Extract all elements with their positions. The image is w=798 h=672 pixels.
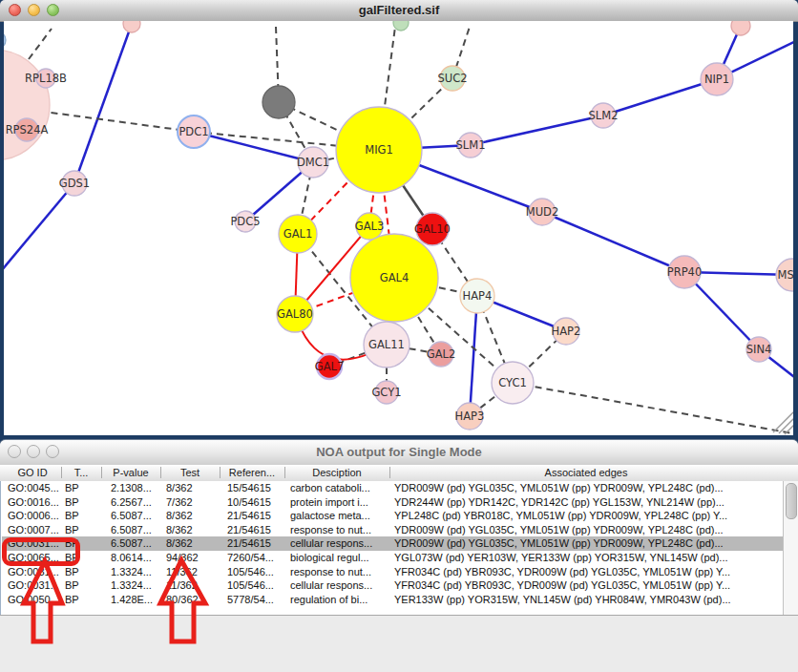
edge-HAP4-HAP3 — [470, 296, 477, 416]
cell-go-id: GO:0007... — [8, 524, 61, 536]
node-label-RPS24A: RPS24A — [6, 123, 49, 136]
cell-p-value: 6.5087... — [111, 524, 164, 536]
vertical-scrollbar[interactable] — [783, 481, 798, 615]
column-header-type[interactable]: T... — [61, 467, 101, 478]
network-window-title: galFiltered.sif — [0, 3, 798, 17]
column-header-associated-edges[interactable]: Associated edges — [389, 467, 783, 478]
node-bluesliver[interactable] — [4, 32, 6, 49]
node-label-GDS1: GDS1 — [59, 177, 90, 190]
edge-GDS1-w1 — [4, 183, 74, 277]
annotation-arrow-go-id — [24, 561, 62, 641]
edge-MUD2-PRP40 — [542, 212, 684, 272]
noa-window-titlebar[interactable]: NOA output for Single Mode — [0, 440, 798, 466]
node-label-HAP4: HAP4 — [463, 289, 493, 303]
node-tp3[interactable] — [731, 21, 750, 35]
node-label-HAP3: HAP3 — [455, 410, 485, 423]
node-label-SUC2: SUC2 — [437, 72, 467, 85]
edge-tp1-GDS1 — [74, 24, 132, 183]
network-window: galFiltered.sif RPL18BRPS24AGDS1PDC1PDC5… — [0, 0, 798, 440]
cell-reference: 21/54615 — [227, 510, 288, 521]
cell-reference: 15/54615 — [227, 482, 288, 494]
node-tp1[interactable] — [123, 21, 140, 32]
node-label-PDC1: PDC1 — [178, 125, 208, 138]
edge-PDC1-DMC1 — [194, 132, 313, 162]
cell-description: cellular respons... — [290, 537, 392, 549]
node-label-HAP2: HAP2 — [552, 325, 581, 338]
cell-p-value: 6.5087... — [111, 537, 164, 549]
edge-CYC1-se2 — [513, 383, 792, 433]
edge-SLM2-NIP1 — [603, 79, 717, 116]
cell-associated-edges: YER133W (pp) YOR315W, YNL145W (pd) YHR08… — [394, 594, 782, 605]
node-tpgreen[interactable] — [393, 21, 409, 31]
node-label-GAL1: GAL1 — [284, 227, 313, 241]
annotation-arrow-test — [160, 560, 205, 641]
column-separator — [389, 467, 390, 478]
cell-type: BP — [65, 482, 107, 494]
cell-associated-edges: YPL248C (pd) YBR018C, YML051W (pp) YDR00… — [394, 510, 782, 521]
cell-description: biological regul... — [290, 552, 392, 563]
column-separator — [61, 467, 62, 478]
column-header-description[interactable]: Desciption — [284, 467, 389, 478]
cell-type: BP — [65, 510, 107, 521]
node-label-MSL1: MSL1 — [778, 268, 793, 282]
node-label-PRP40: PRP40 — [667, 265, 703, 279]
scrollbar-thumb[interactable] — [786, 483, 797, 519]
node-label-MUD2: MUD2 — [526, 205, 559, 219]
cell-associated-edges: YDR009W (pd) YGL035C, YML051W (pp) YDR00… — [394, 537, 782, 549]
node-gray[interactable] — [262, 86, 295, 118]
cell-description: response to nut... — [290, 566, 392, 578]
node-label-PDC5: PDC5 — [230, 215, 260, 228]
annotation-arrows — [0, 549, 248, 654]
node-label-GAL7: GAL7 — [315, 360, 345, 373]
cell-description: regulation of bi... — [290, 594, 392, 605]
cell-type: BP — [65, 496, 107, 508]
node-label-MIG1: MIG1 — [365, 143, 393, 157]
table-row[interactable]: GO:0006...BP6.5087...8/36221/54615galact… — [2, 509, 784, 523]
network-canvas[interactable]: RPL18BRPS24AGDS1PDC1PDC5DMC1MIG1SUC2SLM1… — [4, 21, 793, 435]
node-label-GAL4: GAL4 — [380, 271, 410, 284]
node-label-GAL2: GAL2 — [427, 347, 456, 361]
cell-test: 8/362 — [166, 510, 225, 521]
node-label-GAL10: GAL10 — [414, 222, 451, 236]
cell-description: protein import i... — [290, 496, 392, 508]
cell-p-value: 6.2567... — [111, 496, 164, 508]
node-label-SIN4: SIN4 — [746, 343, 772, 356]
edge-SLM1-SLM2 — [471, 116, 603, 145]
table-row[interactable]: GO:0016...BP6.2567...7/36210/54615protei… — [2, 495, 784, 510]
cell-description: galactose meta... — [290, 510, 392, 521]
cell-go-id: GO:0006... — [8, 510, 61, 521]
cell-associated-edges: YDR009W (pd) YGL035C, YML051W (pp) YDR00… — [394, 524, 782, 536]
cell-p-value: 6.5087... — [111, 510, 164, 521]
cell-test: 8/362 — [166, 537, 225, 549]
node-label-CYC1: CYC1 — [498, 376, 527, 389]
cell-type: BP — [65, 524, 107, 536]
table-header[interactable]: GO IDT...P-valueTestReferen...Desciption… — [0, 465, 798, 482]
node-label-GCY1: GCY1 — [371, 386, 401, 399]
cell-reference: 10/54615 — [227, 496, 288, 508]
node-label-SLM1: SLM1 — [456, 138, 486, 152]
column-header-test[interactable]: Test — [160, 467, 220, 478]
node-bigpink[interactable] — [4, 50, 50, 160]
noa-window-title: NOA output for Single Mode — [0, 445, 798, 459]
column-header-reference[interactable]: Referen... — [220, 467, 284, 478]
cell-description: carbon cataboli... — [290, 482, 392, 494]
node-label-GAL3: GAL3 — [355, 220, 385, 233]
column-header-go-id[interactable]: GO ID — [4, 467, 61, 478]
cell-p-value: 2.1308... — [111, 482, 164, 494]
column-header-p-value[interactable]: P-value — [101, 467, 160, 478]
cell-associated-edges: YDR244W (pp) YDR142C, YDR142C (pp) YGL15… — [394, 496, 782, 508]
column-separator — [284, 467, 285, 478]
node-label-RPL18B: RPL18B — [25, 72, 67, 85]
cell-go-id: GO:0045... — [8, 482, 61, 494]
cell-test: 8/362 — [166, 482, 225, 494]
table-row[interactable]: GO:0045...BP2.1308...8/36215/54615carbon… — [2, 481, 784, 495]
cell-go-id: GO:0016... — [8, 496, 61, 508]
node-label-SLM2: SLM2 — [589, 109, 619, 122]
table-row[interactable]: GO:0007...BP6.5087...8/36221/54615respon… — [2, 523, 784, 537]
cell-test: 8/362 — [166, 524, 225, 536]
cell-associated-edges: YGL073W (pd) YER103W, YER133W (pp) YOR31… — [394, 552, 782, 563]
network-graph: RPL18BRPS24AGDS1PDC1PDC5DMC1MIG1SUC2SLM1… — [4, 21, 793, 435]
column-separator — [101, 467, 102, 478]
column-separator — [160, 467, 161, 478]
network-window-titlebar[interactable]: galFiltered.sif — [0, 0, 798, 22]
